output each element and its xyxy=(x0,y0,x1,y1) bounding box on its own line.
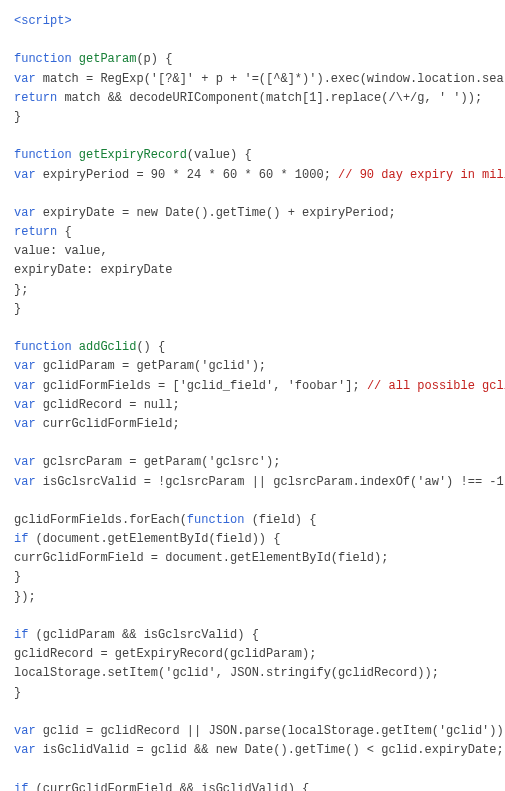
code-line: var gclidFormFields = ['gclid_field', 'f… xyxy=(14,377,491,396)
code-line xyxy=(14,760,491,779)
code-line: var gclidRecord = null; xyxy=(14,396,491,415)
code-line: function getParam(p) { xyxy=(14,50,491,69)
code-line: function addGclid() { xyxy=(14,338,491,357)
code-line: var gclidParam = getParam('gclid'); xyxy=(14,357,491,376)
code-line: currGclidFormField = document.getElement… xyxy=(14,549,491,568)
code-line: } xyxy=(14,684,491,703)
code-line: return { xyxy=(14,223,491,242)
code-line: var gclsrcParam = getParam('gclsrc'); xyxy=(14,453,491,472)
code-line xyxy=(14,434,491,453)
code-line: var expiryDate = new Date().getTime() + … xyxy=(14,204,491,223)
code-line: function getExpiryRecord(value) { xyxy=(14,146,491,165)
code-line: if (document.getElementById(field)) { xyxy=(14,530,491,549)
code-line xyxy=(14,607,491,626)
code-line: gclidRecord = getExpiryRecord(gclidParam… xyxy=(14,645,491,664)
code-line: } xyxy=(14,300,491,319)
code-line: }); xyxy=(14,588,491,607)
code-line: } xyxy=(14,568,491,587)
code-line: value: value, xyxy=(14,242,491,261)
code-line: var currGclidFormField; xyxy=(14,415,491,434)
code-line: var match = RegExp('[?&]' + p + '=([^&]*… xyxy=(14,70,491,89)
code-line xyxy=(14,703,491,722)
code-line: var isGclidValid = gclid && new Date().g… xyxy=(14,741,491,760)
code-line xyxy=(14,31,491,50)
code-line xyxy=(14,185,491,204)
code-line: } xyxy=(14,108,491,127)
code-line: <script> xyxy=(14,12,491,31)
code-line: expiryDate: expiryDate xyxy=(14,261,491,280)
code-snippet: <script> function getParam(p) {var match… xyxy=(0,0,505,791)
code-line xyxy=(14,319,491,338)
code-line: if (gclidParam && isGclsrcValid) { xyxy=(14,626,491,645)
code-line: return match && decodeURIComponent(match… xyxy=(14,89,491,108)
code-line: var gclid = gclidRecord || JSON.parse(lo… xyxy=(14,722,491,741)
code-line: localStorage.setItem('gclid', JSON.strin… xyxy=(14,664,491,683)
code-line: var isGclsrcValid = !gclsrcParam || gcls… xyxy=(14,473,491,492)
code-line: }; xyxy=(14,281,491,300)
code-line: if (currGclidFormField && isGclidValid) … xyxy=(14,780,491,792)
code-line: var expiryPeriod = 90 * 24 * 60 * 60 * 1… xyxy=(14,166,491,185)
code-line xyxy=(14,492,491,511)
code-line xyxy=(14,127,491,146)
code-line: gclidFormFields.forEach(function (field)… xyxy=(14,511,491,530)
